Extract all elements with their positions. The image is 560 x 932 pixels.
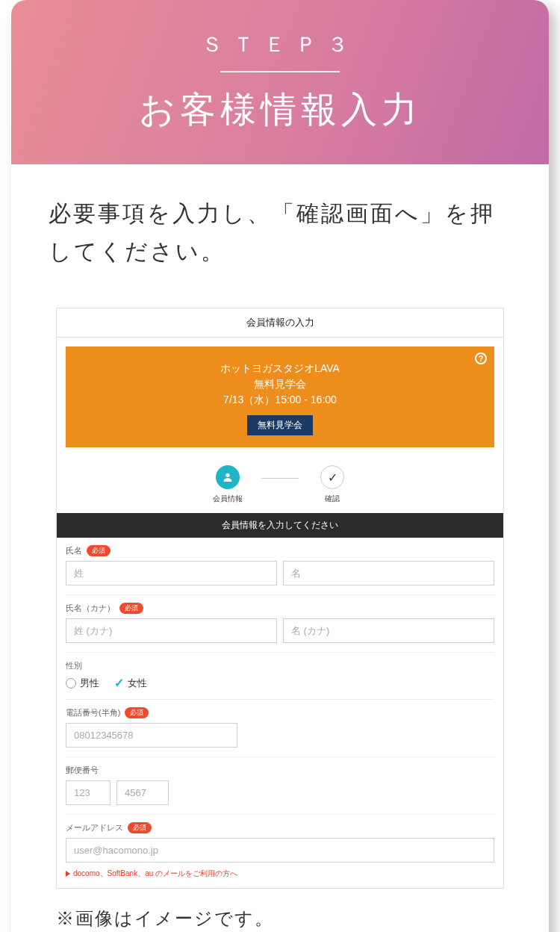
studio-name: ホットヨガスタジオLAVA [73,362,487,376]
required-badge: 必須 [125,707,149,718]
step-node-info: 会員情報 [194,465,261,504]
svg-point-0 [225,473,229,477]
phone-input[interactable] [66,723,237,748]
event-datetime: 7/13（水）15:00 - 16:00 [73,394,487,407]
step1-label: 会員情報 [213,494,243,504]
required-badge: 必須 [128,822,152,833]
email-label: メールアドレス [66,822,123,833]
field-name: 氏名 必須 [66,538,494,594]
section-heading: 会員情報を入力してください [57,513,503,538]
radio-male[interactable]: 男性 [66,677,99,690]
male-label: 男性 [80,677,99,690]
step-number: ＳＴＥＰ３ [202,31,358,66]
name-label: 氏名 [66,545,82,556]
hero-title: お客様情報入力 [139,86,422,134]
event-name: 無料見学会 [73,378,487,391]
radio-icon [66,678,76,689]
hero-banner: ＳＴＥＰ３ お客様情報入力 [11,0,549,164]
email-label-row: メールアドレス 必須 [66,822,494,833]
female-label: 女性 [128,677,147,690]
step-connector [261,478,299,479]
required-badge: 必須 [119,603,143,614]
first-name-kana-input[interactable] [283,618,494,643]
first-name-input[interactable] [283,561,494,585]
field-email: メールアドレス 必須 docomo、SoftBank、au のメールをご利用の方… [66,814,494,888]
field-phone: 電話番号(半角) 必須 [66,699,494,757]
required-badge: 必須 [87,545,111,556]
field-name-kana: 氏名（カナ） 必須 [66,594,494,652]
postal-1-input[interactable] [66,780,111,805]
event-summary: ? ホットヨガスタジオLAVA 無料見学会 7/13（水）15:00 - 16:… [66,347,494,447]
phone-label: 電話番号(半角) [66,707,120,718]
field-postal: 郵便番号 [66,757,494,814]
step-node-confirm: ✓ 確認 [299,465,366,504]
gender-label: 性別 [66,660,494,671]
phone-label-row: 電話番号(半角) 必須 [66,707,494,718]
event-badge: 無料見学会 [247,415,313,435]
help-icon[interactable]: ? [475,352,487,364]
postal-label: 郵便番号 [66,765,494,776]
email-input[interactable] [66,838,494,863]
name-kana-label: 氏名（カナ） [66,603,115,614]
name-kana-label-row: 氏名（カナ） 必須 [66,603,494,614]
hero-divider [220,71,340,72]
embedded-form: 会員情報の入力 ? ホットヨガスタジオLAVA 無料見学会 7/13（水）15:… [56,308,504,889]
check-icon: ✓ [320,465,344,489]
check-icon: ✓ [114,676,124,690]
lead-text: 必要事項を入力し、「確認画面へ」を押してください。 [11,164,549,293]
triangle-icon [66,871,70,877]
form-body: 氏名 必須 氏名（カナ） 必須 [57,538,503,888]
embedded-form-wrap: 会員情報の入力 ? ホットヨガスタジオLAVA 無料見学会 7/13（水）15:… [11,293,549,896]
progress-stepper: 会員情報 ✓ 確認 [57,456,503,509]
postal-2-input[interactable] [116,780,169,805]
field-gender: 性別 男性 ✓ 女性 [66,652,494,699]
step2-label: 確認 [325,494,340,504]
last-name-kana-input[interactable] [66,618,277,643]
carrier-note-link[interactable]: docomo、SoftBank、au のメールをご利用の方へ [66,869,494,879]
image-disclaimer: ※画像はイメージです。 [11,896,549,932]
step-card: ＳＴＥＰ３ お客様情報入力 必要事項を入力し、「確認画面へ」を押してください。 … [11,0,549,932]
form-title: 会員情報の入力 [57,308,503,338]
name-label-row: 氏名 必須 [66,545,494,556]
radio-female[interactable]: ✓ 女性 [114,676,147,690]
person-icon [216,465,240,489]
carrier-note-text: docomo、SoftBank、au のメールをご利用の方へ [73,869,237,879]
last-name-input[interactable] [66,561,277,585]
